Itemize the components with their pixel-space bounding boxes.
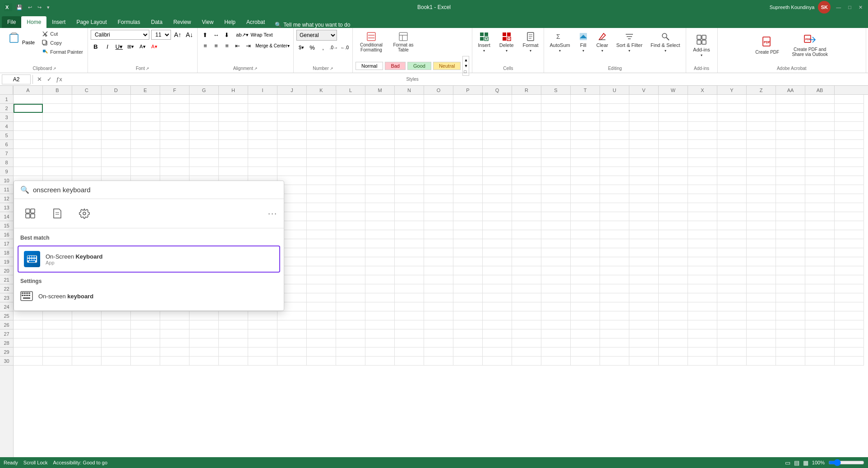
cell-O18[interactable] [424, 248, 453, 257]
cell-B30[interactable] [43, 357, 72, 366]
cell-Z6[interactable] [747, 140, 776, 149]
cell-X9[interactable] [688, 167, 717, 176]
underline-btn[interactable]: U▾ [114, 42, 124, 51]
cell-G9[interactable] [189, 167, 219, 176]
cell-M25[interactable] [365, 311, 395, 320]
col-O[interactable]: O [424, 86, 453, 95]
cell-E3[interactable] [131, 113, 160, 122]
cell-Y2[interactable] [717, 104, 747, 113]
cell-W14[interactable] [659, 212, 688, 221]
cell-W5[interactable] [659, 131, 688, 140]
cell-T7[interactable] [571, 149, 600, 158]
cell-U9[interactable] [600, 167, 629, 176]
cell-AA8[interactable] [776, 158, 805, 167]
cell-F28[interactable] [160, 338, 189, 348]
cell-Y16[interactable] [717, 230, 747, 239]
tab-formulas[interactable]: Formulas [112, 16, 146, 28]
find-select-btn[interactable]: Find & Select ▾ [648, 30, 683, 55]
cell-AA23[interactable] [776, 293, 805, 302]
cell-T25[interactable] [571, 311, 600, 320]
cell-AB28[interactable] [805, 338, 835, 348]
cell-L26[interactable] [336, 320, 365, 329]
cell-N8[interactable] [395, 158, 424, 167]
cell-R3[interactable] [512, 113, 541, 122]
cell-C9[interactable] [72, 167, 102, 176]
cell-H26[interactable] [219, 320, 248, 329]
cell-AC26[interactable] [835, 320, 864, 329]
cell-T1[interactable] [571, 95, 600, 104]
cell-W30[interactable] [659, 357, 688, 366]
cell-V11[interactable] [629, 185, 659, 194]
cell-T24[interactable] [571, 302, 600, 311]
cell-I30[interactable] [248, 357, 277, 366]
cell-N23[interactable] [395, 293, 424, 302]
cell-S13[interactable] [541, 203, 571, 212]
cell-AB11[interactable] [805, 185, 835, 194]
cell-G26[interactable] [189, 320, 219, 329]
cell-O4[interactable] [424, 122, 453, 131]
cell-J25[interactable] [277, 311, 307, 320]
cell-I29[interactable] [248, 348, 277, 357]
cell-A25[interactable] [14, 311, 43, 320]
cell-P21[interactable] [453, 275, 483, 284]
decrease-decimal-btn[interactable]: .0→ [329, 42, 339, 52]
cell-W1[interactable] [659, 95, 688, 104]
cell-D29[interactable] [102, 348, 131, 357]
cell-V18[interactable] [629, 248, 659, 257]
zoom-slider[interactable] [828, 459, 864, 466]
cell-V6[interactable] [629, 140, 659, 149]
cell-K18[interactable] [307, 248, 336, 257]
cell-AC2[interactable] [835, 104, 864, 113]
cell-O27[interactable] [424, 329, 453, 338]
cell-V28[interactable] [629, 338, 659, 348]
cell-I8[interactable] [248, 158, 277, 167]
cell-D3[interactable] [102, 113, 131, 122]
create-pdf-btn[interactable]: PDF Create PDF [753, 30, 782, 60]
cell-T30[interactable] [571, 357, 600, 366]
cell-M7[interactable] [365, 149, 395, 158]
cell-C2[interactable] [72, 104, 102, 113]
cell-F27[interactable] [160, 329, 189, 338]
cell-AB29[interactable] [805, 348, 835, 357]
cell-X21[interactable] [688, 275, 717, 284]
cell-AC1[interactable] [835, 95, 864, 104]
cell-K1[interactable] [307, 95, 336, 104]
cell-AB27[interactable] [805, 329, 835, 338]
cell-A28[interactable] [14, 338, 43, 348]
cell-T26[interactable] [571, 320, 600, 329]
cell-O17[interactable] [424, 239, 453, 248]
cell-R20[interactable] [512, 266, 541, 275]
cell-AC5[interactable] [835, 131, 864, 140]
cell-L13[interactable] [336, 203, 365, 212]
cell-Y24[interactable] [717, 302, 747, 311]
col-R[interactable]: R [512, 86, 541, 95]
cell-X27[interactable] [688, 329, 717, 338]
cell-AA24[interactable] [776, 302, 805, 311]
cell-P17[interactable] [453, 239, 483, 248]
cell-M22[interactable] [365, 284, 395, 293]
cell-Q14[interactable] [483, 212, 512, 221]
cell-Y14[interactable] [717, 212, 747, 221]
cell-P5[interactable] [453, 131, 483, 140]
cell-B1[interactable] [43, 95, 72, 104]
cell-Z18[interactable] [747, 248, 776, 257]
tell-me-search[interactable]: 🔍 Tell me what you want to do [270, 22, 355, 28]
cell-N12[interactable] [395, 194, 424, 203]
cell-T27[interactable] [571, 329, 600, 338]
cell-Z27[interactable] [747, 329, 776, 338]
cell-L11[interactable] [336, 185, 365, 194]
cell-M23[interactable] [365, 293, 395, 302]
cell-D5[interactable] [102, 131, 131, 140]
cell-S7[interactable] [541, 149, 571, 158]
cell-S15[interactable] [541, 221, 571, 230]
cell-Z26[interactable] [747, 320, 776, 329]
cell-Y22[interactable] [717, 284, 747, 293]
name-box[interactable] [2, 74, 31, 84]
cell-H7[interactable] [219, 149, 248, 158]
cell-Y10[interactable] [717, 176, 747, 185]
cell-W11[interactable] [659, 185, 688, 194]
cell-AC22[interactable] [835, 284, 864, 293]
cell-L7[interactable] [336, 149, 365, 158]
cell-A4[interactable] [14, 122, 43, 131]
cell-AB19[interactable] [805, 257, 835, 266]
